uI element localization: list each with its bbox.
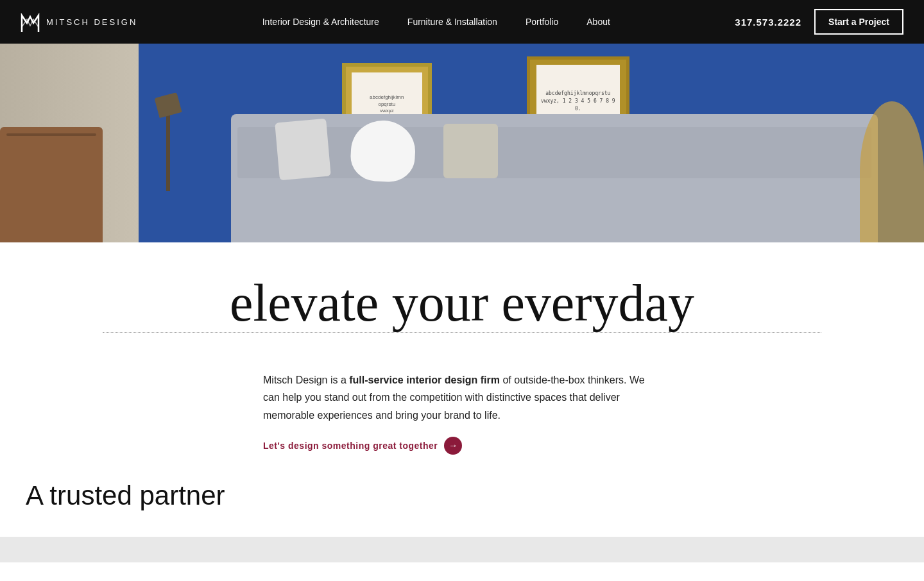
desc-prefix: Mitsch Design is a [263, 375, 349, 385]
tagline-section: elevate your everyday [0, 242, 924, 358]
tagline-divider [103, 332, 821, 333]
hero-bar-cart [860, 101, 924, 242]
start-project-button[interactable]: Start a Project [814, 9, 903, 35]
hero-pillow-striped [275, 119, 331, 181]
description-text: Mitsch Design is a full-service interior… [263, 371, 661, 424]
logo[interactable]: MITSCH DESIGN [21, 10, 137, 33]
cta-arrow: → [449, 441, 458, 451]
navbar: MITSCH DESIGN Interior Design & Architec… [0, 0, 924, 44]
nav-links: Interior Design & Architecture Furniture… [137, 17, 735, 27]
logo-text: MITSCH DESIGN [46, 17, 137, 27]
hero-scene: abcdefghijklmnopqrstuvwxyz abcdefghijklm… [0, 44, 924, 242]
nav-furniture[interactable]: Furniture & Installation [393, 17, 511, 27]
phone-number: 317.573.2222 [735, 17, 801, 28]
hero-image: abcdefghijklmnopqrstuvwxyz abcdefghijklm… [0, 44, 924, 242]
trusted-section: A trusted partner [0, 455, 449, 524]
cta-text: Let's design something great together [263, 441, 438, 451]
main-content: elevate your everyday Mitsch Design is a… [0, 242, 924, 562]
hero-pillow-plain [443, 124, 498, 178]
cta-arrow-icon: → [444, 437, 462, 455]
hero-leather-chair [0, 127, 103, 242]
nav-right: 317.573.2222 Start a Project [735, 9, 903, 35]
nav-portfolio[interactable]: Portfolio [511, 17, 572, 27]
description-section: Mitsch Design is a full-service interior… [237, 371, 687, 455]
hero-couch [231, 114, 878, 242]
desc-bold: full-service interior design firm [349, 375, 500, 385]
trusted-title: A trusted partner [26, 480, 424, 511]
hero-lamp [166, 114, 170, 191]
logo-icon [21, 10, 40, 33]
grey-bar [0, 537, 924, 562]
nav-interior-design[interactable]: Interior Design & Architecture [248, 17, 393, 27]
cta-link[interactable]: Let's design something great together → [263, 437, 661, 455]
tagline-script: elevate your everyday [13, 274, 911, 332]
nav-about[interactable]: About [572, 17, 624, 27]
